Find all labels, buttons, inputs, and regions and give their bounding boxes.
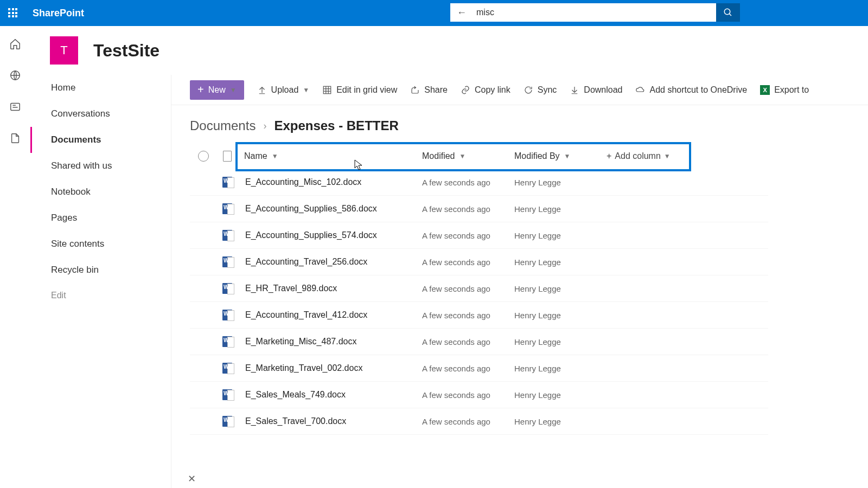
nav-recyclebin[interactable]: Recycle bin [30,257,171,283]
table-row[interactable]: E_Accounting_Misc_102.docxA few seconds … [190,169,768,196]
nav-notebook[interactable]: Notebook [30,179,171,205]
chevron-down-icon: ▼ [459,152,465,160]
select-all-toggle[interactable] [198,151,209,162]
copylink-label: Copy link [475,85,510,95]
file-name[interactable]: E_Marketing_Travel_002.docx [238,363,422,373]
upload-button[interactable]: Upload ▼ [257,85,310,95]
shortcut-button[interactable]: Add shortcut to OneDrive [635,85,747,95]
modified-cell: A few seconds ago [422,178,514,187]
brand-label[interactable]: SharePoint [33,8,84,19]
news-icon[interactable] [9,101,21,113]
breadcrumb: Documents › Expenses - BETTER [171,105,868,143]
table-row[interactable]: E_Sales_Meals_749.docxA few seconds agoH… [190,382,768,408]
file-type-icon [223,151,232,162]
svg-rect-6 [323,86,331,94]
nav-home[interactable]: Home [30,75,171,101]
modifiedby-cell: Henry Legge [514,364,607,373]
search-input[interactable] [476,8,710,17]
sync-button[interactable]: Sync [524,85,557,95]
nav-shared[interactable]: Shared with us [30,153,171,179]
file-name[interactable]: E_Sales_Travel_700.docx [238,416,422,426]
file-name[interactable]: E_Marketing_Misc_487.docx [238,337,422,346]
download-label: Download [584,85,622,95]
column-modified[interactable]: Modified▼ [422,151,465,161]
left-nav: Home Conversations Documents Shared with… [30,75,171,488]
globe-icon[interactable] [9,69,21,81]
column-header-row: Name▼ Modified▼ Modified By▼ +Add column… [190,143,768,169]
chevron-down-icon: ▼ [230,86,237,94]
chevron-down-icon: ▼ [664,152,671,160]
file-icon[interactable] [9,132,21,144]
table-row[interactable]: E_Marketing_Misc_487.docxA few seconds a… [190,329,768,355]
modified-cell: A few seconds ago [422,311,514,320]
nav-pages[interactable]: Pages [30,205,171,231]
shortcut-label: Add shortcut to OneDrive [649,85,747,95]
column-name[interactable]: Name▼ [244,151,278,161]
file-name[interactable]: E_Accounting_Travel_256.docx [238,257,422,267]
word-icon [222,283,232,294]
file-name[interactable]: E_Sales_Meals_749.docx [238,390,422,400]
file-name[interactable]: E_Accounting_Travel_412.docx [238,310,422,320]
site-tile[interactable]: T [50,36,78,65]
file-name[interactable]: E_Accounting_Supplies_574.docx [238,230,422,240]
home-icon[interactable] [9,38,21,50]
word-icon [222,389,232,400]
search-box[interactable]: ← [450,3,716,22]
table-row[interactable]: E_Marketing_Travel_002.docxA few seconds… [190,355,768,382]
table-row[interactable]: E_Accounting_Travel_256.docxA few second… [190,249,768,275]
column-modifiedby[interactable]: Modified By▼ [514,151,570,161]
modified-cell: A few seconds ago [422,284,514,293]
modified-cell: A few seconds ago [422,231,514,240]
nav-sitecontents[interactable]: Site contents [30,231,171,257]
breadcrumb-current: Expenses - BETTER [274,118,398,133]
chevron-down-icon: ▼ [303,86,309,94]
svg-point-0 [724,9,730,15]
word-icon [222,230,232,241]
modified-cell: A few seconds ago [422,364,514,373]
site-header: T TestSite [30,26,868,75]
table-row[interactable]: E_Accounting_Travel_412.docxA few second… [190,302,768,329]
file-name[interactable]: E_Accounting_Supplies_586.docx [238,204,422,214]
share-button[interactable]: Share [410,85,448,95]
file-name[interactable]: E_Accounting_Misc_102.docx [238,177,422,187]
nav-conversations[interactable]: Conversations [30,101,171,127]
edit-grid-button[interactable]: Edit in grid view [322,85,397,95]
download-button[interactable]: Download [570,85,622,95]
modifiedby-cell: Henry Legge [514,417,607,426]
site-title[interactable]: TestSite [93,41,159,61]
main-area: + New ▼ Upload ▼ Edit in grid view Share… [171,75,868,488]
search-button[interactable] [716,3,740,22]
modifiedby-cell: Henry Legge [514,311,607,320]
svg-line-1 [729,14,731,16]
share-label: Share [424,85,448,95]
nav-edit[interactable]: Edit [30,283,171,308]
sync-icon [524,85,533,95]
breadcrumb-root[interactable]: Documents [190,118,256,133]
word-icon [222,416,232,427]
modifiedby-cell: Henry Legge [514,178,607,187]
search-back-icon[interactable]: ← [457,7,467,18]
plus-icon: + [197,84,204,96]
export-button[interactable]: X Export to [760,85,809,95]
modifiedby-cell: Henry Legge [514,258,607,267]
new-button[interactable]: + New ▼ [190,80,244,100]
table-row[interactable]: E_Sales_Travel_700.docxA few seconds ago… [190,408,768,435]
link-icon [461,85,470,95]
file-name[interactable]: E_HR_Travel_989.docx [238,284,422,293]
add-column-button[interactable]: +Add column▼ [607,151,693,161]
table-row[interactable]: E_Accounting_Supplies_574.docxA few seco… [190,222,768,249]
modifiedby-cell: Henry Legge [514,284,607,293]
word-icon [222,177,232,188]
command-bar: + New ▼ Upload ▼ Edit in grid view Share… [171,75,868,105]
table-row[interactable]: E_Accounting_Supplies_586.docxA few seco… [190,196,768,222]
copylink-button[interactable]: Copy link [461,85,510,95]
nav-documents[interactable]: Documents [30,127,171,153]
chevron-right-icon: › [263,120,266,132]
upload-icon [257,85,267,95]
modifiedby-cell: Henry Legge [514,231,607,240]
new-label: New [208,85,226,95]
app-launcher-icon[interactable] [0,0,26,26]
document-list: Name▼ Modified▼ Modified By▼ +Add column… [171,143,768,435]
table-row[interactable]: E_HR_Travel_989.docxA few seconds agoHen… [190,275,768,302]
modifiedby-cell: Henry Legge [514,204,607,214]
